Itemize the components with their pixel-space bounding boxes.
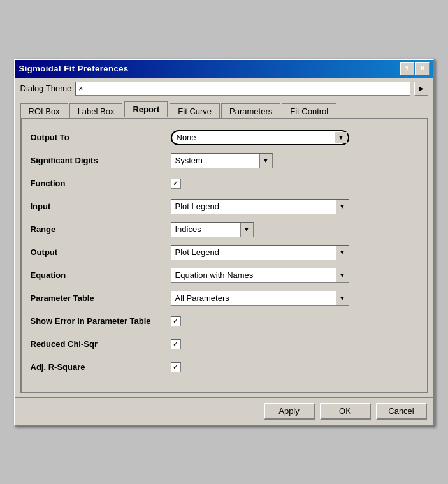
select-output-value: Plot Legend bbox=[171, 246, 336, 258]
footer: Apply OK Cancel bbox=[15, 397, 433, 425]
select-range-value: Indices bbox=[171, 223, 240, 235]
select-output-arrow[interactable]: ▼ bbox=[336, 246, 349, 260]
form-row-show-error: Show Error in Parameter Table ✓ bbox=[31, 313, 418, 330]
tab-report[interactable]: Report bbox=[124, 101, 168, 118]
form-row-parameter-table: Parameter Table All Parameters ▼ bbox=[31, 290, 418, 307]
form-row-input: Input Plot Legend ▼ bbox=[31, 198, 418, 215]
tab-parameters[interactable]: Parameters bbox=[221, 103, 280, 119]
control-output: Plot Legend ▼ bbox=[171, 245, 418, 260]
tabs-row: ROI Box Label Box Report Fit Curve Param… bbox=[20, 101, 428, 118]
control-function: ✓ bbox=[171, 179, 418, 189]
select-output-to[interactable]: None ▼ bbox=[171, 130, 349, 145]
apply-button[interactable]: Apply bbox=[264, 403, 315, 420]
control-equation: Equation with Names ▼ bbox=[171, 268, 418, 283]
label-equation: Equation bbox=[31, 270, 171, 280]
cancel-button[interactable]: Cancel bbox=[376, 403, 427, 420]
form-row-output: Output Plot Legend ▼ bbox=[31, 244, 418, 261]
dialog-title: Sigmoidal Fit Preferences bbox=[19, 64, 129, 73]
form-row-adj-r-square: Adj. R-Square ✓ bbox=[31, 359, 418, 376]
select-output[interactable]: Plot Legend ▼ bbox=[171, 245, 349, 260]
label-input: Input bbox=[31, 202, 171, 211]
control-input: Plot Legend ▼ bbox=[171, 199, 418, 214]
select-equation-arrow[interactable]: ▼ bbox=[336, 268, 349, 282]
checkbox-show-error-check: ✓ bbox=[173, 317, 178, 325]
label-reduced-chi-sqr: Reduced Chi-Sqr bbox=[31, 339, 171, 349]
select-equation-value: Equation with Names bbox=[171, 269, 336, 281]
main-dialog: Sigmoidal Fit Preferences ? ✕ Dialog The… bbox=[14, 59, 435, 426]
control-significant-digits: System ▼ bbox=[171, 153, 418, 168]
form-row-range: Range Indices ▼ bbox=[31, 221, 418, 238]
checkbox-reduced-chi-sqr-check: ✓ bbox=[173, 340, 178, 348]
tab-fit-control[interactable]: Fit Control bbox=[282, 103, 336, 119]
checkbox-function[interactable]: ✓ bbox=[171, 179, 181, 189]
label-range: Range bbox=[31, 224, 171, 234]
select-output-to-arrow[interactable]: ▼ bbox=[335, 132, 347, 143]
help-button[interactable]: ? bbox=[400, 62, 414, 75]
select-significant-digits-value: System bbox=[171, 154, 259, 166]
select-significant-digits-arrow[interactable]: ▼ bbox=[259, 154, 272, 168]
select-input-arrow[interactable]: ▼ bbox=[336, 200, 349, 214]
checkbox-reduced-chi-sqr[interactable]: ✓ bbox=[171, 339, 181, 349]
title-bar: Sigmoidal Fit Preferences ? ✕ bbox=[15, 60, 433, 78]
label-significant-digits: Significant Digits bbox=[31, 156, 171, 165]
control-reduced-chi-sqr: ✓ bbox=[171, 339, 418, 349]
label-adj-r-square: Adj. R-Square bbox=[31, 362, 171, 372]
control-adj-r-square: ✓ bbox=[171, 362, 418, 372]
control-parameter-table: All Parameters ▼ bbox=[171, 291, 418, 306]
checkbox-adj-r-square-check: ✓ bbox=[173, 363, 178, 371]
dialog-theme-row: Dialog Theme ▶ bbox=[20, 82, 428, 96]
tab-label-box[interactable]: Label Box bbox=[69, 103, 123, 119]
control-range: Indices ▼ bbox=[171, 222, 418, 237]
select-range[interactable]: Indices ▼ bbox=[171, 222, 254, 237]
select-input-value: Plot Legend bbox=[171, 200, 336, 212]
close-button[interactable]: ✕ bbox=[415, 62, 430, 75]
dialog-theme-label: Dialog Theme bbox=[20, 84, 72, 93]
form-row-equation: Equation Equation with Names ▼ bbox=[31, 267, 418, 284]
select-range-arrow[interactable]: ▼ bbox=[240, 223, 253, 237]
ok-button[interactable]: OK bbox=[320, 403, 371, 420]
form-row-function: Function ✓ bbox=[31, 175, 418, 192]
checkbox-function-check: ✓ bbox=[173, 179, 178, 187]
dialog-theme-input[interactable] bbox=[75, 82, 410, 96]
label-parameter-table: Parameter Table bbox=[31, 293, 171, 303]
select-parameter-table[interactable]: All Parameters ▼ bbox=[171, 291, 349, 306]
label-show-error: Show Error in Parameter Table bbox=[31, 316, 171, 326]
label-function: Function bbox=[31, 179, 171, 188]
dialog-theme-arrow[interactable]: ▶ bbox=[414, 82, 428, 96]
form-row-significant-digits: Significant Digits System ▼ bbox=[31, 152, 418, 169]
tab-roi-box[interactable]: ROI Box bbox=[20, 103, 68, 119]
title-bar-buttons: ? ✕ bbox=[400, 62, 430, 75]
control-output-to: None ▼ bbox=[171, 130, 418, 145]
select-parameter-table-value: All Parameters bbox=[171, 292, 336, 304]
select-equation[interactable]: Equation with Names ▼ bbox=[171, 268, 349, 283]
select-significant-digits[interactable]: System ▼ bbox=[171, 153, 273, 168]
label-output: Output bbox=[31, 247, 171, 257]
checkbox-show-error[interactable]: ✓ bbox=[171, 316, 181, 326]
checkbox-adj-r-square[interactable]: ✓ bbox=[171, 362, 181, 372]
select-input[interactable]: Plot Legend ▼ bbox=[171, 199, 349, 214]
label-output-to: Output To bbox=[31, 133, 171, 142]
tab-content: Output To None ▼ Significant Digits Syst… bbox=[20, 118, 428, 393]
select-output-to-value: None bbox=[173, 131, 335, 143]
dialog-body: Dialog Theme ▶ ROI Box Label Box Report … bbox=[15, 78, 433, 397]
tab-fit-curve[interactable]: Fit Curve bbox=[170, 103, 220, 119]
form-row-reduced-chi-sqr: Reduced Chi-Sqr ✓ bbox=[31, 336, 418, 353]
select-parameter-table-arrow[interactable]: ▼ bbox=[336, 291, 349, 305]
control-show-error: ✓ bbox=[171, 316, 418, 326]
form-row-output-to: Output To None ▼ bbox=[31, 129, 418, 146]
